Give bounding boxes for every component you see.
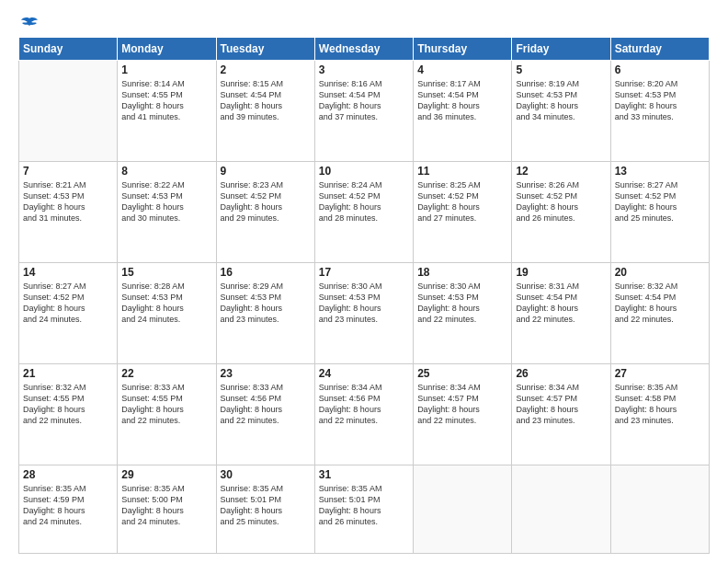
day-info: Sunrise: 8:21 AMSunset: 4:53 PMDaylight:… (23, 179, 113, 224)
day-number: 17 (319, 266, 409, 279)
day-number: 31 (319, 468, 409, 481)
day-number: 12 (516, 165, 606, 178)
day-info: Sunrise: 8:20 AMSunset: 4:53 PMDaylight:… (615, 78, 705, 123)
day-number: 1 (121, 63, 211, 76)
day-info: Sunrise: 8:25 AMSunset: 4:52 PMDaylight:… (417, 179, 507, 224)
weekday-header-sunday: Sunday (19, 38, 118, 61)
day-info: Sunrise: 8:35 AMSunset: 4:58 PMDaylight:… (615, 382, 705, 427)
calendar-table: SundayMondayTuesdayWednesdayThursdayFrid… (18, 37, 710, 554)
day-info: Sunrise: 8:15 AMSunset: 4:54 PMDaylight:… (221, 78, 311, 123)
weekday-header-friday: Friday (512, 38, 610, 61)
day-number: 20 (615, 266, 705, 279)
day-info: Sunrise: 8:31 AMSunset: 4:54 PMDaylight:… (516, 281, 606, 326)
day-number: 22 (121, 367, 211, 380)
weekday-header-wednesday: Wednesday (314, 38, 413, 61)
weekday-header-thursday: Thursday (414, 38, 512, 61)
day-number: 9 (221, 165, 311, 178)
day-info: Sunrise: 8:28 AMSunset: 4:53 PMDaylight:… (121, 281, 211, 326)
day-number: 5 (516, 63, 606, 76)
calendar-cell: 1Sunrise: 8:14 AMSunset: 4:55 PMDaylight… (118, 61, 216, 162)
logo-bird-icon (20, 17, 39, 31)
day-number: 25 (417, 367, 507, 380)
calendar-cell: 19Sunrise: 8:31 AMSunset: 4:54 PMDayligh… (512, 262, 610, 363)
calendar-week-5: 28Sunrise: 8:35 AMSunset: 4:59 PMDayligh… (19, 465, 710, 554)
day-info: Sunrise: 8:33 AMSunset: 4:55 PMDaylight:… (121, 382, 211, 427)
calendar-cell (610, 465, 709, 554)
weekday-header-tuesday: Tuesday (216, 38, 314, 61)
day-number: 28 (23, 468, 113, 481)
calendar-cell: 17Sunrise: 8:30 AMSunset: 4:53 PMDayligh… (314, 262, 413, 363)
calendar-cell: 30Sunrise: 8:35 AMSunset: 5:01 PMDayligh… (216, 465, 314, 554)
logo (18, 17, 39, 28)
calendar-cell: 9Sunrise: 8:23 AMSunset: 4:52 PMDaylight… (216, 161, 314, 262)
day-info: Sunrise: 8:14 AMSunset: 4:55 PMDaylight:… (121, 78, 211, 123)
weekday-header-saturday: Saturday (610, 38, 709, 61)
day-info: Sunrise: 8:35 AMSunset: 4:59 PMDaylight:… (23, 483, 113, 528)
calendar-cell: 26Sunrise: 8:34 AMSunset: 4:57 PMDayligh… (512, 363, 610, 465)
calendar-cell: 4Sunrise: 8:17 AMSunset: 4:54 PMDaylight… (414, 61, 512, 162)
day-number: 16 (221, 266, 311, 279)
day-info: Sunrise: 8:24 AMSunset: 4:52 PMDaylight:… (319, 179, 409, 224)
calendar-cell: 15Sunrise: 8:28 AMSunset: 4:53 PMDayligh… (118, 262, 216, 363)
calendar-cell: 14Sunrise: 8:27 AMSunset: 4:52 PMDayligh… (19, 262, 118, 363)
weekday-header-row: SundayMondayTuesdayWednesdayThursdayFrid… (19, 38, 710, 61)
calendar-cell: 28Sunrise: 8:35 AMSunset: 4:59 PMDayligh… (19, 465, 118, 554)
day-number: 11 (417, 165, 507, 178)
calendar-cell: 10Sunrise: 8:24 AMSunset: 4:52 PMDayligh… (314, 161, 413, 262)
calendar-week-3: 14Sunrise: 8:27 AMSunset: 4:52 PMDayligh… (19, 262, 710, 363)
calendar-cell: 31Sunrise: 8:35 AMSunset: 5:01 PMDayligh… (314, 465, 413, 554)
day-info: Sunrise: 8:30 AMSunset: 4:53 PMDaylight:… (417, 281, 507, 326)
calendar-cell (414, 465, 512, 554)
calendar-cell: 24Sunrise: 8:34 AMSunset: 4:56 PMDayligh… (314, 363, 413, 465)
day-info: Sunrise: 8:32 AMSunset: 4:55 PMDaylight:… (23, 382, 113, 427)
day-number: 14 (23, 266, 113, 279)
calendar-cell (19, 61, 118, 162)
calendar-cell: 22Sunrise: 8:33 AMSunset: 4:55 PMDayligh… (118, 363, 216, 465)
day-number: 2 (221, 63, 311, 76)
day-info: Sunrise: 8:30 AMSunset: 4:53 PMDaylight:… (319, 281, 409, 326)
day-info: Sunrise: 8:34 AMSunset: 4:57 PMDaylight:… (516, 382, 606, 427)
day-info: Sunrise: 8:17 AMSunset: 4:54 PMDaylight:… (417, 78, 507, 123)
day-number: 8 (121, 165, 211, 178)
day-info: Sunrise: 8:35 AMSunset: 5:01 PMDaylight:… (221, 483, 311, 528)
day-number: 3 (319, 63, 409, 76)
day-info: Sunrise: 8:16 AMSunset: 4:54 PMDaylight:… (319, 78, 409, 123)
day-info: Sunrise: 8:29 AMSunset: 4:53 PMDaylight:… (221, 281, 311, 326)
day-number: 19 (516, 266, 606, 279)
calendar-cell: 3Sunrise: 8:16 AMSunset: 4:54 PMDaylight… (314, 61, 413, 162)
day-number: 24 (319, 367, 409, 380)
calendar-cell: 25Sunrise: 8:34 AMSunset: 4:57 PMDayligh… (414, 363, 512, 465)
calendar-cell: 6Sunrise: 8:20 AMSunset: 4:53 PMDaylight… (610, 61, 709, 162)
calendar-cell: 16Sunrise: 8:29 AMSunset: 4:53 PMDayligh… (216, 262, 314, 363)
day-info: Sunrise: 8:34 AMSunset: 4:56 PMDaylight:… (319, 382, 409, 427)
day-number: 29 (121, 468, 211, 481)
day-number: 7 (23, 165, 113, 178)
day-number: 4 (417, 63, 507, 76)
weekday-header-monday: Monday (118, 38, 216, 61)
day-info: Sunrise: 8:27 AMSunset: 4:52 PMDaylight:… (23, 281, 113, 326)
day-info: Sunrise: 8:22 AMSunset: 4:53 PMDaylight:… (121, 179, 211, 224)
calendar-week-1: 1Sunrise: 8:14 AMSunset: 4:55 PMDaylight… (19, 61, 710, 162)
calendar-cell: 18Sunrise: 8:30 AMSunset: 4:53 PMDayligh… (414, 262, 512, 363)
day-info: Sunrise: 8:27 AMSunset: 4:52 PMDaylight:… (615, 179, 705, 224)
day-number: 10 (319, 165, 409, 178)
day-number: 18 (417, 266, 507, 279)
calendar-cell: 20Sunrise: 8:32 AMSunset: 4:54 PMDayligh… (610, 262, 709, 363)
day-info: Sunrise: 8:34 AMSunset: 4:57 PMDaylight:… (417, 382, 507, 427)
calendar-cell: 21Sunrise: 8:32 AMSunset: 4:55 PMDayligh… (19, 363, 118, 465)
day-info: Sunrise: 8:33 AMSunset: 4:56 PMDaylight:… (221, 382, 311, 427)
day-number: 6 (615, 63, 705, 76)
calendar-week-2: 7Sunrise: 8:21 AMSunset: 4:53 PMDaylight… (19, 161, 710, 262)
calendar-cell: 7Sunrise: 8:21 AMSunset: 4:53 PMDaylight… (19, 161, 118, 262)
calendar-cell: 27Sunrise: 8:35 AMSunset: 4:58 PMDayligh… (610, 363, 709, 465)
calendar-cell: 13Sunrise: 8:27 AMSunset: 4:52 PMDayligh… (610, 161, 709, 262)
day-info: Sunrise: 8:35 AMSunset: 5:00 PMDaylight:… (121, 483, 211, 528)
day-number: 21 (23, 367, 113, 380)
day-number: 15 (121, 266, 211, 279)
day-info: Sunrise: 8:23 AMSunset: 4:52 PMDaylight:… (221, 179, 311, 224)
day-info: Sunrise: 8:35 AMSunset: 5:01 PMDaylight:… (319, 483, 409, 528)
day-number: 27 (615, 367, 705, 380)
calendar-cell: 23Sunrise: 8:33 AMSunset: 4:56 PMDayligh… (216, 363, 314, 465)
day-number: 23 (221, 367, 311, 380)
calendar-week-4: 21Sunrise: 8:32 AMSunset: 4:55 PMDayligh… (19, 363, 710, 465)
